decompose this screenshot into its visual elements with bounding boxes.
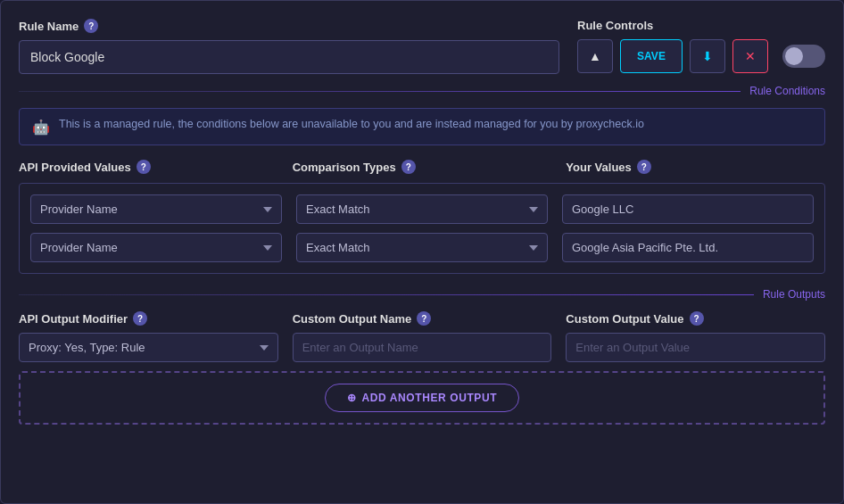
top-row: Rule Name ? Rule Controls ▲ SAVE ⬇: [19, 19, 825, 74]
condition-row-2: Provider Name Exact Match Google Asia Pa…: [30, 233, 814, 262]
download-button[interactable]: ⬇: [690, 39, 725, 73]
close-icon: ✕: [745, 49, 756, 63]
rule-outputs-label: Rule Outputs: [754, 288, 825, 301]
save-button[interactable]: SAVE: [620, 39, 683, 73]
your-value-2: Google Asia Pacific Pte. Ltd.: [562, 233, 814, 262]
collapse-button[interactable]: ▲: [577, 39, 613, 73]
main-container: Rule Name ? Rule Controls ▲ SAVE ⬇: [0, 0, 844, 504]
custom-name-help-icon[interactable]: ?: [417, 311, 431, 326]
divider-line-right: [19, 294, 754, 295]
api-output-modifier-col: API Output Modifier ? Proxy: Yes, Type: …: [19, 311, 278, 362]
api-output-modifier-select[interactable]: Proxy: Yes, Type: Rule: [19, 333, 278, 362]
add-output-area: ⊕ ADD ANOTHER OUTPUT: [19, 371, 825, 425]
api-output-modifier-header: API Output Modifier ?: [19, 311, 278, 326]
custom-value-help-icon[interactable]: ?: [690, 311, 704, 326]
rule-conditions-divider: Rule Conditions: [19, 85, 825, 97]
modifier-help-icon[interactable]: ?: [133, 311, 147, 326]
rule-name-label: Rule Name ?: [19, 19, 559, 33]
comparison-select-1[interactable]: Exact Match: [296, 194, 548, 224]
rule-name-help-icon[interactable]: ?: [84, 19, 98, 33]
api-provided-help-icon[interactable]: ?: [137, 160, 151, 174]
managed-notice: 🤖 This is a managed rule, the conditions…: [19, 108, 825, 145]
conditions-column-headers: API Provided Values ? Comparison Types ?…: [19, 160, 825, 174]
rule-name-section: Rule Name ?: [19, 19, 559, 74]
download-icon: ⬇: [702, 49, 713, 63]
custom-output-name-col: Custom Output Name ?: [293, 311, 552, 362]
plus-circle-icon: ⊕: [347, 392, 357, 404]
conditions-area: Provider Name Exact Match Google LLC Pro…: [19, 183, 825, 274]
your-value-1: Google LLC: [562, 194, 814, 224]
divider-line: [19, 91, 741, 92]
outputs-columns: API Output Modifier ? Proxy: Yes, Type: …: [19, 311, 825, 362]
condition-row-1: Provider Name Exact Match Google LLC: [30, 194, 814, 224]
api-provided-select-2[interactable]: Provider Name: [30, 233, 282, 262]
comparison-select-2[interactable]: Exact Match: [296, 233, 548, 262]
your-values-header: Your Values ?: [566, 160, 825, 174]
add-another-output-button[interactable]: ⊕ ADD ANOTHER OUTPUT: [325, 384, 519, 412]
chevron-up-icon: ▲: [589, 49, 601, 63]
rule-name-input[interactable]: [19, 40, 559, 74]
rule-controls-section: Rule Controls ▲ SAVE ⬇ ✕: [577, 19, 825, 73]
custom-output-value-header: Custom Output Value ?: [566, 311, 825, 326]
close-button[interactable]: ✕: [732, 39, 768, 73]
custom-output-value-input[interactable]: [566, 333, 825, 362]
custom-output-name-input[interactable]: [293, 333, 552, 362]
toggle-slider: [782, 45, 825, 68]
your-values-help-icon[interactable]: ?: [637, 160, 651, 174]
custom-output-name-header: Custom Output Name ?: [293, 311, 552, 326]
rule-outputs-divider: Rule Outputs: [19, 288, 825, 301]
custom-output-value-col: Custom Output Value ?: [566, 311, 825, 362]
managed-notice-text: This is a managed rule, the conditions b…: [59, 118, 644, 130]
api-provided-select-1[interactable]: Provider Name: [30, 194, 282, 224]
toggle-switch[interactable]: [782, 45, 825, 68]
controls-row: ▲ SAVE ⬇ ✕: [577, 39, 825, 73]
comparison-types-header: Comparison Types ?: [293, 160, 552, 174]
info-icon: 🤖: [32, 119, 50, 136]
rule-controls-label: Rule Controls: [577, 19, 653, 32]
comparison-help-icon[interactable]: ?: [401, 160, 416, 174]
api-provided-header: API Provided Values ?: [19, 160, 278, 174]
rule-conditions-label: Rule Conditions: [741, 85, 825, 97]
